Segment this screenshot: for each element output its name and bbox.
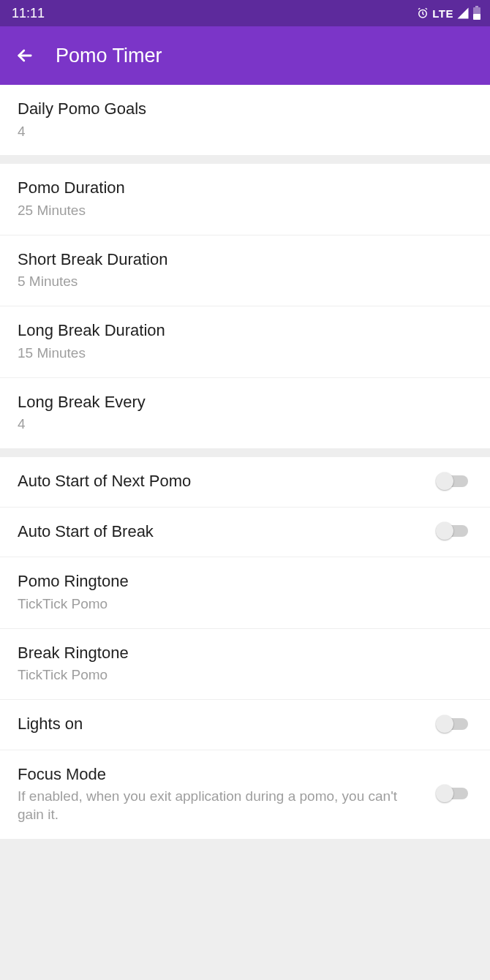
label: Auto Start of Next Pomo [18, 470, 415, 492]
row-short-break-duration[interactable]: Short Break Duration 5 Minutes [0, 235, 490, 306]
row-auto-start-next-pomo[interactable]: Auto Start of Next Pomo [0, 457, 490, 507]
value: 25 Minutes [18, 202, 472, 220]
description: If enabled, when you exit application du… [18, 788, 415, 823]
section-options: Auto Start of Next Pomo Auto Start of Br… [0, 457, 490, 839]
label: Daily Pomo Goals [18, 98, 472, 120]
row-focus-mode[interactable]: Focus Mode If enabled, when you exit app… [0, 750, 490, 839]
row-lights-on[interactable]: Lights on [0, 699, 490, 750]
alarm-icon [416, 7, 429, 20]
app-bar: Pomo Timer [0, 26, 490, 85]
settings-content: Daily Pomo Goals 4 Pomo Duration 25 Minu… [0, 85, 490, 912]
status-bar: 11:11 LTE [0, 0, 490, 26]
value: 5 Minutes [18, 273, 472, 291]
label: Short Break Duration [18, 249, 472, 271]
value: 4 [18, 123, 472, 141]
label: Long Break Duration [18, 320, 472, 342]
row-long-break-every[interactable]: Long Break Every 4 [0, 377, 490, 448]
status-time: 11:11 [12, 6, 45, 21]
value: TickTick Pomo [18, 666, 472, 685]
toggle-auto-start-break[interactable] [436, 521, 472, 541]
label: Break Ringtone [18, 642, 472, 664]
row-long-break-duration[interactable]: Long Break Duration 15 Minutes [0, 306, 490, 377]
signal-icon [456, 7, 470, 20]
section-goals: Daily Pomo Goals 4 [0, 85, 490, 155]
battery-icon [472, 6, 481, 20]
label: Lights on [18, 713, 415, 735]
value: TickTick Pomo [18, 595, 472, 614]
label: Auto Start of Break [18, 521, 415, 543]
row-daily-pomo-goals[interactable]: Daily Pomo Goals 4 [0, 85, 490, 155]
label: Pomo Duration [18, 177, 472, 199]
row-pomo-duration[interactable]: Pomo Duration 25 Minutes [0, 164, 490, 234]
value: 4 [18, 415, 472, 434]
toggle-lights-on[interactable] [436, 714, 472, 734]
toggle-focus-mode[interactable] [436, 783, 472, 804]
value: 15 Minutes [18, 344, 472, 363]
row-auto-start-break[interactable]: Auto Start of Break [0, 507, 490, 557]
back-button[interactable] [13, 44, 37, 67]
row-pomo-ringtone[interactable]: Pomo Ringtone TickTick Pomo [0, 557, 490, 627]
label: Focus Mode [18, 764, 415, 785]
status-right: LTE [416, 6, 481, 20]
label: Long Break Every [18, 391, 472, 413]
network-lte-label: LTE [432, 7, 453, 20]
bottom-space [0, 839, 490, 912]
svg-rect-3 [473, 14, 480, 20]
section-durations: Pomo Duration 25 Minutes Short Break Dur… [0, 164, 490, 448]
svg-rect-1 [475, 6, 478, 7]
label: Pomo Ringtone [18, 570, 472, 592]
toggle-auto-start-next-pomo[interactable] [436, 471, 472, 491]
row-break-ringtone[interactable]: Break Ringtone TickTick Pomo [0, 628, 490, 699]
page-title: Pomo Timer [56, 45, 162, 67]
